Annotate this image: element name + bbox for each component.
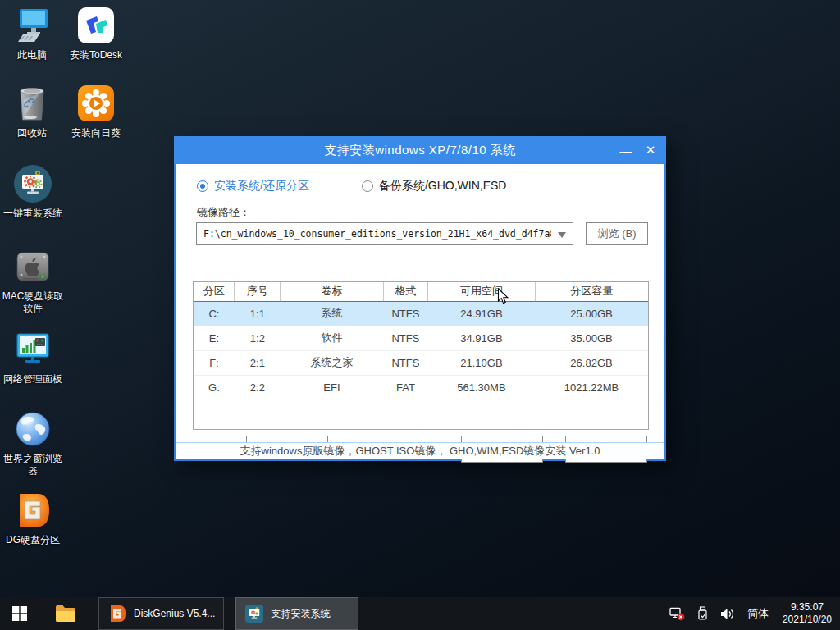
image-path-label: 镜像路径： xyxy=(197,205,250,220)
desktop-icon-label: 一键重装系统 xyxy=(3,208,62,220)
desktop-icon-diskgenius[interactable]: DG硬盘分区 xyxy=(1,490,65,546)
desktop-icon-network-panel[interactable]: 网络管理面板 xyxy=(1,329,65,386)
cell: E: xyxy=(194,326,235,350)
volume-icon[interactable] xyxy=(720,608,735,620)
cell: 系统之家 xyxy=(281,350,383,375)
dialog-footer: 支持windows原版镜像，GHOST ISO镜像， GHO,WIM,ESD镜像… xyxy=(176,442,664,459)
mac-disk-icon xyxy=(12,246,53,287)
table-header-row: 分区 序号 卷标 格式 可用空间 分区容量 xyxy=(194,282,648,301)
network-disconnected-icon[interactable] xyxy=(669,607,685,621)
col-header: 可用空间 xyxy=(428,282,535,301)
image-path-combobox[interactable]: F:\cn_windows_10_consumer_editions_versi… xyxy=(196,222,573,245)
dialog-titlebar[interactable]: 支持安装windows XP/7/8/10 系统 — ✕ xyxy=(174,136,666,164)
file-explorer-button[interactable] xyxy=(46,597,85,630)
taskbar-clock[interactable]: 9:35:07 2021/10/20 xyxy=(781,601,832,626)
desktop-icon-label: MAC硬盘读取软件 xyxy=(1,290,65,315)
close-icon[interactable]: ✕ xyxy=(638,136,663,164)
table-row-c[interactable]: C: 1:1 系统 NTFS 24.91GB 25.00GB xyxy=(194,301,648,326)
cell: 26.82GB xyxy=(535,350,648,375)
installer-icon xyxy=(244,604,264,623)
desktop-icon-label: 世界之窗浏览器 xyxy=(1,453,65,477)
col-header: 卷标 xyxy=(281,282,383,301)
chevron-down-icon xyxy=(558,232,566,238)
cell: FAT xyxy=(383,375,428,399)
partition-table: 分区 序号 卷标 格式 可用空间 分区容量 C: 1:1 系统 NTFS 24. xyxy=(193,281,649,430)
image-path-value: F:\cn_windows_10_consumer_editions_versi… xyxy=(203,228,551,240)
cell: F: xyxy=(194,350,235,375)
cell: 1:1 xyxy=(235,301,281,326)
system-tray: 简体 9:35:07 2021/10/20 xyxy=(669,597,840,630)
desktop-icon-this-pc[interactable]: 此电脑 xyxy=(0,5,64,62)
desktop-icon-label: 回收站 xyxy=(17,127,47,139)
task-label: 支持安装系统 xyxy=(271,607,330,621)
cell: 561.30MB xyxy=(428,375,535,399)
cell: 21.10GB xyxy=(428,350,535,375)
clock-time: 9:35:07 xyxy=(783,601,832,614)
network-panel-icon xyxy=(12,329,53,370)
cell: 2:1 xyxy=(235,350,281,375)
cell: 25.00GB xyxy=(535,301,648,326)
dialog-title: 支持安装windows XP/7/8/10 系统 xyxy=(324,143,516,158)
start-button[interactable] xyxy=(0,597,39,630)
cell: 35.00GB xyxy=(535,326,648,350)
folder-icon xyxy=(55,605,76,623)
cell: NTFS xyxy=(383,301,428,326)
cell: NTFS xyxy=(383,350,428,375)
taskbar: DiskGenius V5.4... 支持安装系统 xyxy=(0,597,840,630)
radio-install-label: 安装系统/还原分区 xyxy=(214,179,309,194)
radio-selected-icon xyxy=(197,180,208,192)
desktop-icon-reinstall-system[interactable]: 一键重装系统 xyxy=(1,163,65,220)
desktop-icon-label: 网络管理面板 xyxy=(3,373,62,386)
cell: 34.91GB xyxy=(428,326,535,350)
desktop-icon-sunflower[interactable]: 安装向日葵 xyxy=(64,83,128,139)
sunflower-icon xyxy=(75,83,116,124)
desktop-icon-mac-disk[interactable]: MAC硬盘读取软件 xyxy=(1,246,65,315)
cell: C: xyxy=(194,301,235,326)
radio-backup-label: 备份系统/GHO,WIN,ESD xyxy=(379,179,507,194)
cell: 24.91GB xyxy=(428,301,535,326)
windows-logo-icon xyxy=(12,606,27,621)
diskgenius-icon xyxy=(107,604,127,623)
usb-device-icon[interactable] xyxy=(697,606,708,621)
desktop-icon-todesk[interactable]: 安装ToDesk xyxy=(64,5,128,62)
desktop-icon-label: 此电脑 xyxy=(17,49,47,62)
radio-unselected-icon xyxy=(362,180,373,192)
minimize-icon[interactable]: — xyxy=(614,136,638,164)
taskbar-task-installer[interactable]: 支持安装系统 xyxy=(235,597,358,630)
desktop-icon-recycle-bin[interactable]: 回收站 xyxy=(0,83,64,139)
todesk-icon xyxy=(75,5,116,46)
cell: 系统 xyxy=(281,301,383,326)
cell: 1021.22MB xyxy=(535,375,648,399)
diskgenius-icon xyxy=(12,490,53,531)
browse-button[interactable]: 浏览 (B) xyxy=(586,222,648,245)
cell: G: xyxy=(194,375,235,399)
installer-dialog: 支持安装windows XP/7/8/10 系统 — ✕ 安装系统/还原分区 备… xyxy=(174,136,666,461)
this-pc-icon xyxy=(11,5,52,46)
desktop-icon-world-browser[interactable]: 世界之窗浏览器 xyxy=(1,409,65,477)
taskbar-task-diskgenius[interactable]: DiskGenius V5.4... xyxy=(98,597,224,630)
col-header: 格式 xyxy=(383,282,428,301)
cell: EFI xyxy=(281,375,383,399)
table-row-f[interactable]: F: 2:1 系统之家 NTFS 21.10GB 26.82GB xyxy=(194,350,648,375)
dialog-body: 安装系统/还原分区 备份系统/GHO,WIN,ESD 镜像路径： F:\cn_w… xyxy=(176,164,664,442)
task-label: DiskGenius V5.4... xyxy=(134,608,215,619)
cell: 软件 xyxy=(281,326,383,350)
recycle-bin-icon xyxy=(11,83,52,124)
desktop-icon-label: 安装向日葵 xyxy=(71,127,121,139)
desktop-icon-label: 安装ToDesk xyxy=(70,49,122,62)
ime-indicator[interactable]: 简体 xyxy=(747,606,769,621)
cell: NTFS xyxy=(383,326,428,350)
reinstall-system-icon xyxy=(12,163,53,204)
radio-backup[interactable]: 备份系统/GHO,WIN,ESD xyxy=(362,179,507,194)
radio-install-restore[interactable]: 安装系统/还原分区 xyxy=(197,179,309,194)
world-browser-icon xyxy=(12,409,53,450)
clock-date: 2021/10/20 xyxy=(783,614,832,626)
col-header: 序号 xyxy=(235,282,281,301)
col-header: 分区 xyxy=(194,282,235,301)
table-row-e[interactable]: E: 1:2 软件 NTFS 34.91GB 35.00GB xyxy=(194,326,648,350)
cell: 1:2 xyxy=(235,326,281,350)
col-header: 分区容量 xyxy=(535,282,648,301)
cell: 2:2 xyxy=(235,375,281,399)
table-row-g[interactable]: G: 2:2 EFI FAT 561.30MB 1021.22MB xyxy=(194,375,648,399)
desktop-icon-label: DG硬盘分区 xyxy=(6,534,60,546)
